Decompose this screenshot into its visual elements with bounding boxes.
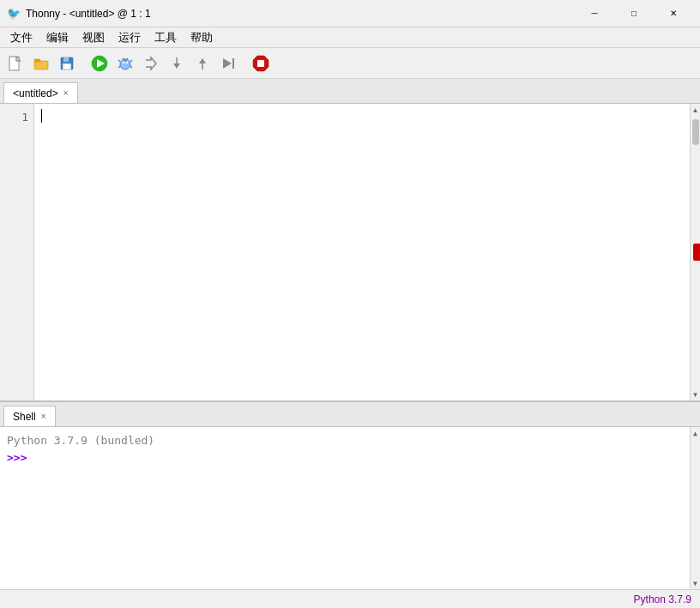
svg-marker-23 bbox=[199, 58, 206, 63]
menu-help[interactable]: 帮助 bbox=[184, 28, 220, 47]
shell-scroll-down[interactable]: ▼ bbox=[691, 577, 701, 589]
svg-rect-25 bbox=[232, 58, 234, 69]
title-bar-text: Thonny - <untitled> @ 1 : 1 bbox=[26, 8, 575, 20]
editor-tab-bar: <untitled> × bbox=[0, 79, 700, 103]
maximize-button[interactable]: □ bbox=[614, 0, 654, 27]
line-number-1: 1 bbox=[0, 109, 33, 126]
editor-tab-close[interactable]: × bbox=[63, 89, 69, 98]
new-button[interactable] bbox=[3, 51, 27, 75]
svg-point-13 bbox=[126, 61, 128, 63]
svg-line-16 bbox=[118, 60, 120, 62]
menu-bar: 文件 编辑 视图 运行 工具 帮助 bbox=[0, 27, 700, 48]
cursor bbox=[41, 109, 42, 123]
svg-line-19 bbox=[130, 66, 132, 68]
shell-python-version: Python 3.7.9 (bundled) bbox=[7, 432, 693, 449]
shell-tab-bar: Shell × bbox=[0, 402, 700, 426]
open-button[interactable] bbox=[29, 51, 53, 75]
shell-tab-close[interactable]: × bbox=[41, 412, 46, 421]
stop-icon bbox=[251, 54, 270, 73]
svg-marker-21 bbox=[173, 63, 180, 69]
svg-point-12 bbox=[123, 61, 124, 63]
menu-file[interactable]: 文件 bbox=[3, 28, 39, 47]
shell-scroll-up[interactable]: ▲ bbox=[691, 427, 701, 439]
menu-tools[interactable]: 工具 bbox=[148, 28, 184, 47]
menu-view[interactable]: 视图 bbox=[75, 28, 112, 47]
title-bar: 🐦 Thonny - <untitled> @ 1 : 1 ─ □ ✕ bbox=[0, 0, 700, 27]
run-button[interactable] bbox=[88, 51, 112, 75]
svg-rect-27 bbox=[257, 60, 264, 67]
main-area: <untitled> × 1 ▲ ▼ bbox=[0, 79, 700, 589]
editor-tab-untitled[interactable]: <untitled> × bbox=[3, 82, 78, 103]
scroll-up-arrow[interactable]: ▲ bbox=[691, 104, 701, 116]
svg-line-18 bbox=[118, 66, 120, 68]
step-out-icon bbox=[195, 56, 210, 71]
new-icon bbox=[8, 56, 23, 71]
red-side-bar bbox=[693, 244, 700, 261]
status-bar: Python 3.7.9 bbox=[0, 589, 700, 608]
open-icon bbox=[33, 56, 49, 71]
shell-pane: Shell × Python 3.7.9 (bundled) >>> ▲ ▼ bbox=[0, 400, 700, 589]
resume-button[interactable] bbox=[216, 51, 240, 75]
stop-button[interactable] bbox=[249, 51, 273, 75]
menu-run[interactable]: 运行 bbox=[112, 28, 148, 47]
svg-rect-3 bbox=[34, 61, 48, 69]
editor-tab-label: <untitled> bbox=[13, 87, 58, 99]
scroll-down-arrow[interactable]: ▼ bbox=[691, 388, 701, 400]
step-into-button[interactable] bbox=[165, 51, 189, 75]
save-icon bbox=[59, 56, 75, 71]
step-into-icon bbox=[169, 56, 184, 71]
shell-content-area[interactable]: Python 3.7.9 (bundled) >>> ▲ ▼ bbox=[0, 426, 700, 589]
editor-content-area[interactable]: 1 ▲ ▼ bbox=[0, 103, 700, 400]
save-button[interactable] bbox=[55, 51, 79, 75]
step-out-button[interactable] bbox=[190, 51, 214, 75]
debug-button[interactable] bbox=[113, 51, 137, 75]
resume-icon bbox=[220, 56, 236, 71]
scroll-thumb[interactable] bbox=[692, 119, 699, 145]
debug-icon bbox=[117, 55, 134, 72]
editor-pane: <untitled> × 1 ▲ ▼ bbox=[0, 79, 700, 400]
shell-tab-label: Shell bbox=[13, 411, 36, 423]
shell-tab[interactable]: Shell × bbox=[3, 406, 56, 426]
step-over-icon bbox=[143, 56, 159, 71]
run-icon bbox=[91, 55, 108, 72]
svg-rect-8 bbox=[64, 64, 69, 69]
app-icon: 🐦 bbox=[7, 7, 21, 21]
cursor-line bbox=[41, 109, 683, 123]
line-numbers: 1 bbox=[0, 104, 34, 400]
svg-marker-24 bbox=[223, 58, 232, 69]
step-over-button[interactable] bbox=[139, 51, 163, 75]
editor-text-area[interactable] bbox=[34, 104, 690, 400]
close-button[interactable]: ✕ bbox=[654, 0, 693, 27]
menu-edit[interactable]: 编辑 bbox=[39, 28, 75, 47]
shell-scrollbar-v[interactable]: ▲ ▼ bbox=[690, 427, 700, 589]
toolbar bbox=[0, 48, 700, 79]
svg-line-17 bbox=[130, 60, 132, 62]
title-bar-controls: ─ □ ✕ bbox=[575, 0, 693, 27]
shell-prompt: >>> bbox=[7, 449, 693, 467]
minimize-button[interactable]: ─ bbox=[575, 0, 614, 27]
svg-rect-6 bbox=[63, 57, 69, 62]
status-python-version: Python 3.7.9 bbox=[634, 593, 691, 605]
svg-rect-4 bbox=[34, 59, 40, 62]
